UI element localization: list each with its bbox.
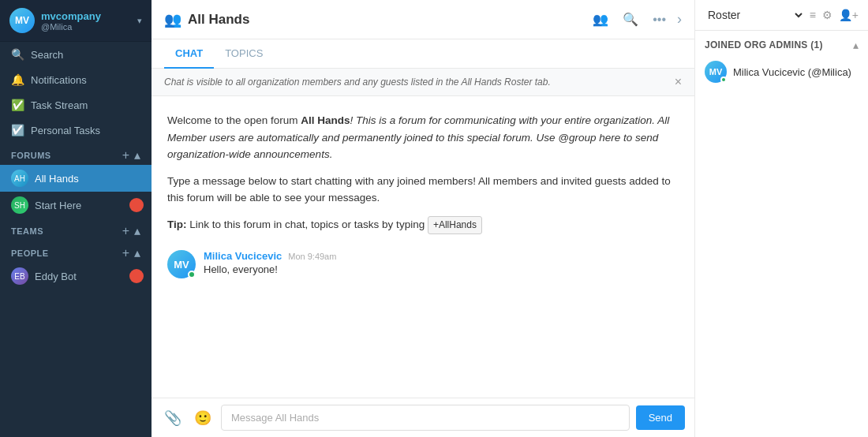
forums-section-actions: + ▴	[122, 149, 140, 162]
message-text: Hello, everyone!	[204, 263, 679, 275]
sidebar: MV mvcompany @Milica ▾ 🔍 Search 🔔 Notifi…	[0, 0, 152, 437]
input-area: 📎 🙂 Send	[152, 398, 694, 437]
start-here-badge	[129, 198, 144, 212]
forums-section-title: FORUMS	[11, 151, 51, 160]
chevron-down-icon: ▾	[137, 16, 142, 26]
chat-area: Welcome to the open forum All Hands! Thi…	[152, 96, 694, 398]
sidebar-header[interactable]: MV mvcompany @Milica ▾	[0, 0, 152, 42]
member-name: Milica Vucicevic (@Milica)	[733, 66, 851, 78]
all-hands-icon: AH	[11, 170, 28, 187]
people-section-header: PEOPLE + ▴	[0, 241, 152, 263]
welcome-paragraph-1: Welcome to the open forum All Hands! Thi…	[167, 112, 679, 163]
all-hands-header-icon: 👥	[164, 11, 181, 28]
sidebar-item-eddy-bot[interactable]: EB Eddy Bot	[0, 263, 152, 289]
main-content: 👥 All Hands 👥 🔍 ••• › CHAT TOPICS Chat i…	[152, 0, 694, 437]
personal-tasks-icon: ☑️	[11, 124, 24, 136]
right-panel: Roster ≡ ⚙ 👤+ JOINED ORG ADMINS (1) ▴ MV…	[694, 0, 868, 437]
roster-actions: ≡ ⚙ 👤+	[810, 9, 859, 21]
task-stream-icon: ✅	[11, 99, 24, 111]
more-options-button[interactable]: •••	[649, 9, 669, 30]
teams-section-title: TEAMS	[11, 226, 43, 236]
welcome-message: Welcome to the open forum All Hands! Thi…	[167, 112, 679, 234]
start-here-label: Start Here	[35, 200, 81, 211]
add-forum-button[interactable]: +	[122, 149, 129, 162]
section-title: JOINED ORG ADMINS (1)	[705, 39, 823, 50]
all-hands-label: All Hands	[35, 173, 79, 185]
roster-member: MV Milica Vucicevic (@Milica)	[695, 56, 868, 88]
collapse-section-button[interactable]: ▴	[853, 39, 859, 51]
username: @Milica	[41, 22, 137, 32]
tip-text: Link to this forum in chat, topics or ta…	[189, 218, 428, 230]
roster-section-header: JOINED ORG ADMINS (1) ▴	[695, 31, 868, 56]
eddy-bot-badge	[129, 269, 144, 283]
message-avatar: MV	[167, 250, 196, 278]
sidebar-item-personal-tasks[interactable]: ☑️ Personal Tasks	[0, 118, 152, 143]
add-team-button[interactable]: +	[122, 225, 129, 237]
sidebar-header-text: mvcompany @Milica	[41, 10, 137, 32]
hashtag-badge: +AllHands	[428, 216, 482, 234]
member-online-dot	[720, 77, 727, 83]
forum-name-bold: All Hands	[301, 114, 350, 126]
message-header: Milica Vucicevic Mon 9:49am	[204, 250, 679, 262]
avatar: MV	[9, 8, 35, 33]
start-here-icon: SH	[11, 196, 28, 214]
sidebar-item-search[interactable]: 🔍 Search	[0, 42, 152, 67]
settings-button[interactable]: ⚙	[822, 9, 832, 21]
message-input[interactable]	[221, 405, 630, 431]
channel-title: All Hands	[188, 12, 589, 28]
teams-section-header: TEAMS + ▴	[0, 218, 152, 241]
eddy-bot-icon: EB	[11, 267, 28, 285]
bell-icon: 🔔	[11, 73, 24, 86]
message-body: Milica Vucicevic Mon 9:49am Hello, every…	[204, 250, 679, 278]
teams-section-actions: + ▴	[122, 225, 140, 237]
add-member-button[interactable]: 👤+	[839, 9, 859, 21]
eddy-bot-label: Eddy Bot	[35, 271, 77, 282]
people-section-actions: + ▴	[122, 247, 140, 260]
message-author[interactable]: Milica Vucicevic	[204, 250, 282, 262]
forums-section-header: FORUMS + ▴	[0, 143, 152, 165]
notice-banner: Chat is visible to all organization memb…	[152, 69, 694, 96]
message-time: Mon 9:49am	[288, 252, 336, 261]
member-avatar: MV	[705, 61, 727, 83]
sidebar-item-notifications[interactable]: 🔔 Notifications	[0, 67, 152, 92]
search-channel-button[interactable]: 🔍	[619, 9, 642, 30]
channel-header: 👥 All Hands 👥 🔍 ••• ›	[152, 0, 694, 39]
tip-label: Tip:	[167, 218, 187, 230]
people-section-title: PEOPLE	[11, 248, 49, 258]
roster-header: Roster ≡ ⚙ 👤+	[695, 0, 868, 31]
tab-topics[interactable]: TOPICS	[214, 39, 274, 69]
search-icon: 🔍	[11, 48, 24, 61]
filter-button[interactable]: ≡	[810, 9, 816, 21]
emoji-button[interactable]: 🙂	[191, 406, 215, 430]
collapse-forums-button[interactable]: ▴	[134, 149, 140, 162]
chat-message: MV Milica Vucicevic Mon 9:49am Hello, ev…	[167, 250, 679, 278]
online-indicator	[188, 271, 196, 278]
attach-button[interactable]: 📎	[161, 406, 185, 430]
tip-line: Tip: Link to this forum in chat, topics …	[167, 216, 679, 234]
sidebar-item-task-stream[interactable]: ✅ Task Stream	[0, 92, 152, 118]
roster-select[interactable]: Roster	[705, 8, 805, 22]
sidebar-search-label: Search	[31, 49, 63, 61]
collapse-people-button[interactable]: ▴	[134, 247, 140, 260]
members-button[interactable]: 👥	[589, 9, 612, 30]
welcome-paragraph-2: Type a message below to start chatting w…	[167, 173, 679, 207]
sidebar-personal-tasks-label: Personal Tasks	[31, 125, 100, 136]
notice-close-button[interactable]: ×	[675, 75, 682, 89]
add-person-button[interactable]: +	[122, 247, 129, 260]
tab-chat[interactable]: CHAT	[164, 39, 214, 69]
header-actions: 👥 🔍 ••• ›	[589, 9, 682, 30]
sidebar-notifications-label: Notifications	[31, 74, 87, 86]
notice-text: Chat is visible to all organization memb…	[164, 77, 551, 88]
expand-button[interactable]: ›	[677, 11, 682, 28]
sidebar-item-start-here[interactable]: SH Start Here	[0, 192, 152, 218]
channel-tabs: CHAT TOPICS	[152, 39, 694, 69]
sidebar-task-stream-label: Task Stream	[31, 99, 88, 111]
send-button[interactable]: Send	[636, 405, 685, 430]
collapse-teams-button[interactable]: ▴	[134, 225, 140, 237]
company-name: mvcompany	[41, 10, 137, 22]
sidebar-item-all-hands[interactable]: AH All Hands	[0, 165, 152, 192]
